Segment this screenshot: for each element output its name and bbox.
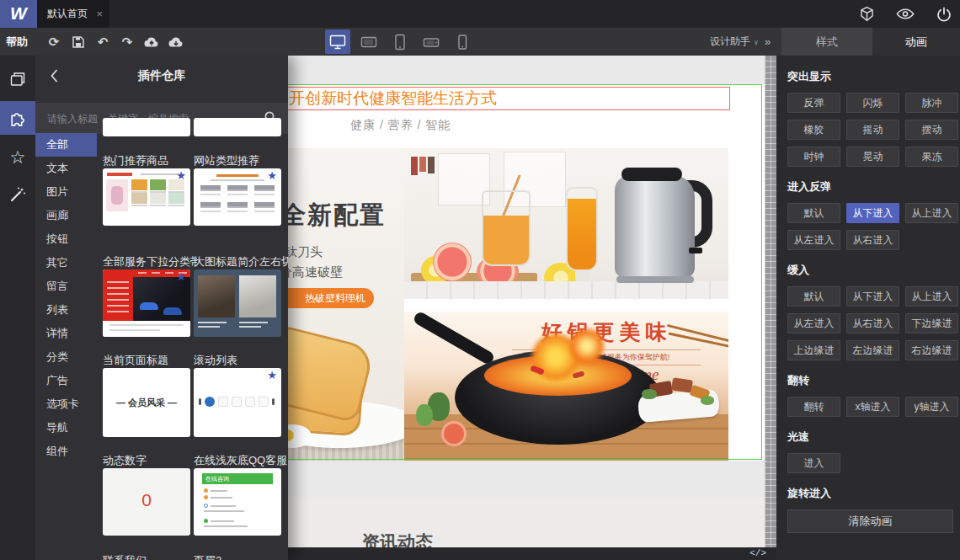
anim-button[interactable]: 从左进入 — [787, 313, 840, 333]
category-item[interactable]: 文本 — [35, 157, 97, 180]
anim-button[interactable]: 从右进入 — [846, 313, 899, 333]
plugin-label: 大图标题简介左右切... — [194, 254, 288, 269]
anim-button[interactable]: 晃动 — [846, 147, 899, 167]
undo-icon[interactable]: ↶ — [95, 35, 110, 50]
device-phone-portrait-button[interactable] — [450, 29, 475, 54]
category-item[interactable]: 按钮 — [35, 227, 97, 251]
plugin-card-qq-service[interactable]: 在线咨询 — [194, 468, 281, 536]
anim-button[interactable]: y轴进入 — [905, 397, 958, 417]
tab-style[interactable]: 样式 — [781, 28, 872, 56]
banner-line2: 分高速破壁 — [288, 264, 343, 280]
sidebar-plugins-icon[interactable] — [0, 101, 35, 135]
anim-button[interactable]: 反弹 — [787, 93, 840, 113]
section-heading: 缓入 — [787, 263, 960, 278]
plugin-card-hot-products[interactable]: ★ — [103, 168, 190, 226]
blender-banner-image[interactable]: 全新配置 钛刀头 分高速破壁 热破壁料理机 — [288, 148, 404, 461]
plugin-label: 滚动列表 — [194, 353, 288, 367]
plugin-label: 联系我们 — [103, 553, 197, 560]
device-tablet-portrait-button[interactable] — [387, 29, 413, 54]
anim-button[interactable]: 从下进入 — [846, 286, 899, 307]
star-icon: ★ — [267, 170, 277, 181]
anim-button[interactable]: 翻转 — [787, 397, 840, 417]
anim-button[interactable]: 闪烁 — [846, 93, 899, 113]
3d-cube-icon[interactable] — [857, 6, 876, 23]
category-item[interactable]: 详情 — [35, 322, 97, 345]
category-item[interactable]: 组件 — [35, 440, 97, 463]
device-phone-landscape-button[interactable] — [419, 29, 444, 54]
collapse-more-button[interactable]: » — [765, 28, 771, 56]
anim-button[interactable]: 橡胶 — [787, 120, 840, 140]
category-item[interactable]: 分类 — [35, 345, 97, 369]
category-item[interactable]: 选项卡 — [35, 392, 97, 416]
anim-button[interactable]: 从右进入 — [846, 230, 899, 250]
wok-banner-image[interactable]: 好锅更美味 无忧购物，至诚服务为你保驾护航! Warm Home — [404, 312, 728, 461]
anim-button[interactable]: 脉冲 — [905, 93, 958, 113]
section-heading: 旋转进入 — [787, 486, 960, 501]
anim-button[interactable]: 右边缘进 — [905, 340, 958, 360]
design-assistant-button[interactable]: 设计助手∨ — [710, 28, 759, 56]
category-item[interactable]: 图片 — [35, 180, 97, 204]
anim-button[interactable]: 默认 — [787, 203, 840, 223]
anim-button[interactable]: 下边缘进 — [905, 313, 958, 333]
anim-button[interactable]: 从上进入 — [905, 203, 958, 223]
canvas-bottom-bar: </> — [288, 547, 776, 560]
clear-animation-button[interactable]: 清除动画 — [787, 509, 953, 533]
device-switcher — [325, 29, 475, 54]
cloud-upload-icon[interactable] — [144, 35, 159, 50]
help-button[interactable]: 帮助 — [6, 28, 28, 56]
tab-close-icon[interactable]: × — [96, 0, 103, 28]
category-item[interactable]: 全部 — [35, 133, 97, 157]
anim-button[interactable]: 从左进入 — [787, 230, 840, 250]
anim-button[interactable]: 果冻 — [905, 147, 958, 167]
category-item[interactable]: 画廊 — [35, 204, 97, 227]
plugin-card-dynamic-number[interactable]: 0 — [103, 468, 190, 536]
section-heading: 光速 — [787, 429, 960, 445]
page-title: 开创新时代健康智能生活方式 — [288, 88, 729, 109]
save-icon[interactable] — [71, 35, 86, 50]
anim-button[interactable]: 上边缘进 — [787, 340, 840, 360]
sidebar-favorites-icon[interactable]: ☆ — [0, 140, 35, 173]
plugin-label: 热门推荐商品 — [103, 153, 197, 168]
redo-icon[interactable]: ↷ — [120, 35, 135, 50]
plugin-card-page-title[interactable]: — 会员风采 — — [103, 368, 190, 437]
plugin-card-site-types[interactable]: ★ — [194, 168, 281, 226]
plugin-card-partial[interactable] — [103, 118, 190, 136]
anim-button[interactable]: 左边缘进 — [846, 340, 899, 360]
category-item[interactable]: 列表 — [35, 298, 97, 322]
refresh-icon[interactable]: ⟳ — [46, 35, 61, 50]
plugin-card-services-dropdown[interactable]: ★ — [103, 269, 190, 337]
kettle-banner-image[interactable] — [404, 148, 728, 299]
page-title-block[interactable]: 开创新时代健康智能生活方式 — [288, 87, 730, 110]
tab-animation[interactable]: 动画 — [872, 28, 960, 56]
device-tablet-landscape-button[interactable] — [356, 29, 381, 54]
plugin-warehouse-panel: 插件仓库 全部 文本 图片 画廊 按钮 其它 留言 列表 详情 分类 广告 选项… — [35, 56, 288, 560]
page-tab[interactable]: 默认首页 × — [37, 0, 109, 28]
sidebar-wizard-icon[interactable] — [0, 178, 35, 211]
code-view-icon[interactable]: </> — [749, 548, 766, 558]
anim-button[interactable]: 时钟 — [787, 147, 840, 167]
anim-button[interactable]: x轴进入 — [846, 397, 899, 417]
power-exit-icon[interactable] — [935, 6, 953, 23]
design-canvas[interactable]: 开创新时代健康智能生活方式 健康 / 营养 / 智能 全新配置 钛刀头 分高速破… — [288, 56, 765, 560]
device-desktop-button[interactable] — [325, 29, 350, 54]
plugin-label: 在线浅灰底QQ客服 — [194, 453, 288, 467]
category-item[interactable]: 导航 — [35, 416, 97, 440]
anim-button[interactable]: 进入 — [787, 453, 840, 473]
preview-eye-icon[interactable] — [896, 6, 915, 23]
anim-button-selected[interactable]: 从下进入 — [846, 203, 899, 223]
cloud-download-icon[interactable] — [168, 35, 184, 50]
anim-button[interactable]: 摆动 — [905, 120, 958, 140]
anim-button[interactable]: 默认 — [787, 286, 840, 307]
anim-button[interactable]: 从上进入 — [905, 286, 958, 307]
top-bar: W 默认首页 × — [0, 0, 960, 28]
app-logo[interactable]: W — [0, 0, 37, 28]
anim-button[interactable]: 摇动 — [846, 120, 899, 140]
category-item[interactable]: 其它 — [35, 251, 97, 275]
category-item[interactable]: 广告 — [35, 369, 97, 392]
sidebar-pages-icon[interactable] — [0, 62, 35, 96]
plugin-card-big-image-intro[interactable] — [194, 269, 281, 337]
category-item[interactable]: 留言 — [35, 275, 97, 298]
plugin-card-partial[interactable] — [194, 118, 281, 136]
canvas-grid-strip[interactable] — [765, 56, 776, 547]
plugin-card-scroll-list[interactable]: ★ — [194, 368, 281, 437]
